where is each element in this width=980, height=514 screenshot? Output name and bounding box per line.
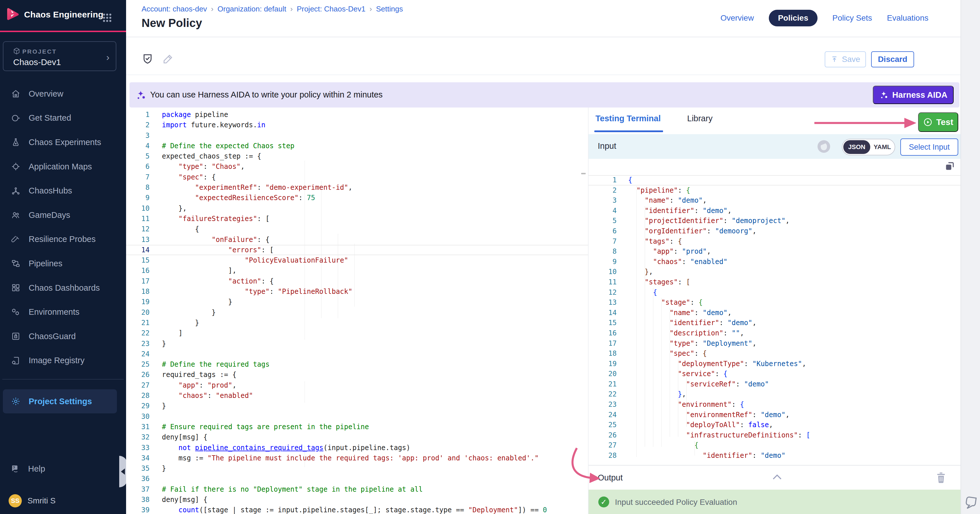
sidebar-item-overview[interactable]: Overview xyxy=(0,82,126,106)
code-line[interactable]: 16 "description": "", xyxy=(589,328,961,339)
select-input-button[interactable]: Select Input xyxy=(900,138,958,156)
code-line[interactable]: 27 { xyxy=(589,440,961,450)
nav-overview[interactable]: Overview xyxy=(721,13,754,23)
code-line[interactable]: 18 "type": "PipelineRollback" xyxy=(126,286,588,297)
code-line[interactable]: 15 "identifier": "demo", xyxy=(589,318,961,328)
code-line[interactable]: 38deny[msg] { xyxy=(126,495,588,505)
code-line[interactable]: 26 "infrastructureDefinitions": [ xyxy=(589,430,961,441)
code-line[interactable]: 11 "failureStrategies": [ xyxy=(126,213,588,224)
code-line[interactable]: 4 "identifier": "demo", xyxy=(589,206,961,216)
code-line[interactable]: 15 "PolicyEvaluationFailure" xyxy=(126,255,588,266)
code-line[interactable]: 7 "tags": { xyxy=(589,237,961,247)
code-line[interactable]: 31# Ensure required tags are present in … xyxy=(126,422,588,432)
code-line[interactable]: 24 xyxy=(126,349,588,359)
copy-icon[interactable] xyxy=(944,161,955,172)
code-line[interactable]: 1{ xyxy=(589,175,961,186)
code-line[interactable]: 21 "serviceRef": "demo" xyxy=(589,379,961,390)
format-option-yaml[interactable]: YAML xyxy=(870,140,895,154)
code-line[interactable]: 39 count([stage | stage := input.pipelin… xyxy=(126,505,588,514)
code-line[interactable]: 35} xyxy=(126,463,588,474)
code-line[interactable]: 10 }, xyxy=(126,203,588,213)
code-line[interactable]: 20 } xyxy=(126,307,588,318)
code-line[interactable]: 22 }, xyxy=(589,389,961,399)
code-line[interactable]: 16 ], xyxy=(126,266,588,276)
code-line[interactable]: 1package pipeline xyxy=(126,110,588,120)
save-button[interactable]: Save xyxy=(825,51,866,67)
nav-evaluations[interactable]: Evaluations xyxy=(887,13,928,23)
format-toggle[interactable]: JSON YAML xyxy=(842,139,895,155)
code-line[interactable]: 20 "service": { xyxy=(589,369,961,379)
code-line[interactable]: 37# Fail if there is no "Deployment" sta… xyxy=(126,484,588,495)
code-line[interactable]: 14 "name": "demo", xyxy=(589,308,961,318)
sidebar-item-chaos-experiments[interactable]: Chaos Experiments xyxy=(0,130,126,154)
code-line[interactable]: 32deny[msg] { xyxy=(126,432,588,442)
code-line[interactable]: 18 "spec": { xyxy=(589,349,961,359)
sidebar-item-chaoshubs[interactable]: ChaosHubs xyxy=(0,178,126,203)
user-menu[interactable]: SS Smriti S xyxy=(0,489,126,512)
code-line[interactable]: 25# Define the required tags xyxy=(126,359,588,369)
code-line[interactable]: 6 "orgIdentifier": "demoorg", xyxy=(589,226,961,237)
format-option-json[interactable]: JSON xyxy=(843,140,870,154)
code-line[interactable]: 4# Define the expected Chaos step xyxy=(126,141,588,151)
sidebar-item-chaosguard[interactable]: ChaosGuard xyxy=(0,324,126,349)
sidebar-item-resilience-probes[interactable]: Resilience Probes xyxy=(0,228,126,252)
code-line[interactable]: 8 "experimentRef": "demo-experiment-id", xyxy=(126,182,588,193)
code-line[interactable]: 17 "type": "Deployment", xyxy=(589,339,961,349)
code-line[interactable]: 7 "spec": { xyxy=(126,172,588,182)
sidebar-item-image-registry[interactable]: Image Registry xyxy=(0,349,126,373)
code-line[interactable]: 17 "action": { xyxy=(126,276,588,286)
code-line[interactable]: 8 "app": "prod", xyxy=(589,247,961,257)
input-json-editor[interactable]: 1{2 "pipeline": {3 "name": "demo",4 "ide… xyxy=(589,159,961,465)
code-line[interactable]: 5expected_chaos_step := { xyxy=(126,151,588,161)
code-line[interactable]: 28 "identifier": "demo" xyxy=(589,450,961,461)
sidebar-item-pipelines[interactable]: Pipelines xyxy=(0,251,126,276)
code-line[interactable]: 33 not pipeline_contains_required_tags(i… xyxy=(126,442,588,453)
policy-code-editor[interactable]: 1package pipeline2import future.keywords… xyxy=(126,108,588,514)
code-line[interactable]: 19 "deploymentType": "Kubernetes", xyxy=(589,359,961,369)
code-line[interactable]: 21 } xyxy=(126,318,588,328)
breadcrumb-item[interactable]: Account: chaos-dev xyxy=(142,5,207,13)
code-line[interactable]: 11 "stages": [ xyxy=(589,277,961,288)
code-line[interactable]: 23} xyxy=(126,339,588,349)
harness-aida-button[interactable]: Harness AIDA xyxy=(873,86,954,104)
sidebar-item-project-settings[interactable]: Project Settings xyxy=(3,389,117,414)
code-line[interactable]: 19 } xyxy=(126,297,588,307)
code-line[interactable]: 13 "onFailure": { xyxy=(126,234,588,245)
code-line[interactable]: 5 "projectIdentifier": "demoproject", xyxy=(589,216,961,226)
nav-policy-sets[interactable]: Policy Sets xyxy=(832,13,872,23)
code-line[interactable]: 24 "environmentRef": "demo", xyxy=(589,410,961,420)
code-line[interactable]: 12 { xyxy=(126,224,588,234)
breadcrumb-item[interactable]: Project: Chaos-Dev1 xyxy=(297,5,366,13)
code-line[interactable]: 25 "deployToAll": false, xyxy=(589,420,961,430)
code-line[interactable]: 3 xyxy=(126,130,588,141)
code-line[interactable]: 9 "chaos": "enabled" xyxy=(589,257,961,267)
sidebar-item-environments[interactable]: Environments xyxy=(0,300,126,324)
code-line[interactable]: 30 xyxy=(126,411,588,422)
code-line[interactable]: 13 "stage": { xyxy=(589,298,961,308)
code-line[interactable]: 36 xyxy=(126,474,588,484)
code-line[interactable]: 26required_tags := { xyxy=(126,369,588,380)
sidebar-item-gamedays[interactable]: GameDays xyxy=(0,203,126,228)
code-line[interactable]: 9 "expectedResilienceScore": 75 xyxy=(126,193,588,203)
tab-testing-terminal[interactable]: Testing Terminal xyxy=(595,114,661,123)
chevron-up-icon[interactable] xyxy=(772,473,782,482)
breadcrumb-item[interactable]: Settings xyxy=(376,5,403,13)
code-line[interactable]: 10 }, xyxy=(589,267,961,277)
policy-check-icon[interactable] xyxy=(142,53,154,65)
sidebar-item-get-started[interactable]: Get Started xyxy=(0,106,126,130)
code-line[interactable]: 23 "environment": { xyxy=(589,399,961,410)
code-line[interactable]: 22 ] xyxy=(126,328,588,338)
tab-library[interactable]: Library xyxy=(687,114,713,123)
code-line[interactable]: 28 "chaos": "enabled" xyxy=(126,390,588,401)
sidebar-item-chaos-dashboards[interactable]: Chaos Dashboards xyxy=(0,276,126,300)
code-line[interactable]: 14 "errors": [ xyxy=(126,245,588,255)
code-line[interactable]: 2 "pipeline": { xyxy=(589,186,961,196)
code-line[interactable]: 27 "app": "prod", xyxy=(126,380,588,390)
sidebar-item-application-maps[interactable]: Application Maps xyxy=(0,154,126,179)
project-selector[interactable]: PROJECT Chaos-Dev1 › xyxy=(3,41,116,71)
discard-button[interactable]: Discard xyxy=(871,51,914,67)
code-line[interactable]: 2import future.keywords.in xyxy=(126,120,588,130)
code-line[interactable]: 12 { xyxy=(589,288,961,298)
breadcrumb-item[interactable]: Organization: default xyxy=(218,5,286,13)
edit-pencil-icon[interactable] xyxy=(162,53,174,65)
